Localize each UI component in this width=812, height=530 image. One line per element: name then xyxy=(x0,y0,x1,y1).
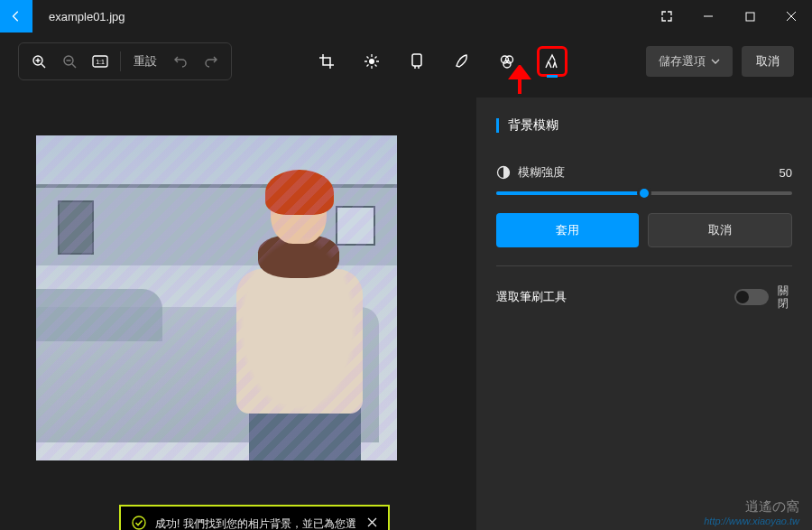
maximize-button[interactable] xyxy=(729,0,770,33)
image-canvas[interactable] xyxy=(36,135,397,460)
canvas-area: 成功! 我們找到您的相片背景，並已為您選取。 xyxy=(0,90,476,530)
toggle-state-label: 關閉 xyxy=(778,284,792,311)
minimize-button[interactable] xyxy=(687,0,729,33)
save-options-button[interactable]: 儲存選項 xyxy=(646,46,733,77)
back-button[interactable] xyxy=(0,0,32,33)
slider-label: 模糊強度 xyxy=(518,164,565,181)
properties-panel: 背景模糊 模糊強度 50 套用 取消 選取筆刷工具 關閉 xyxy=(476,98,812,530)
reset-button[interactable]: 重設 xyxy=(126,53,164,70)
background-blur-tool-icon[interactable] xyxy=(537,46,567,77)
markup-tool-icon[interactable] xyxy=(447,46,477,77)
toast-message: 成功! 我們找到您的相片背景，並已為您選取。 xyxy=(155,516,358,530)
divider xyxy=(496,265,792,266)
zoom-in-icon[interactable] xyxy=(24,47,53,76)
brush-toggle[interactable] xyxy=(734,289,769,305)
watermark: 逍遙の窩 http://www.xiaoyao.tw xyxy=(704,498,799,526)
photo-subject xyxy=(217,175,388,460)
undo-icon[interactable] xyxy=(166,47,195,76)
panel-cancel-button[interactable]: 取消 xyxy=(648,213,792,247)
chevron-down-icon xyxy=(711,59,720,64)
file-title: example01.jpg xyxy=(49,10,125,23)
svg-rect-0 xyxy=(746,13,754,21)
zoom-group: 1:1 重設 xyxy=(18,42,232,80)
crop-tool-icon[interactable] xyxy=(311,46,342,77)
active-tool-indicator xyxy=(547,75,558,78)
zoom-out-icon[interactable] xyxy=(55,47,84,76)
filter-tool-icon[interactable] xyxy=(401,46,432,77)
panel-title: 背景模糊 xyxy=(496,114,792,146)
apply-button[interactable]: 套用 xyxy=(496,213,639,247)
redo-icon[interactable] xyxy=(197,47,226,76)
svg-rect-6 xyxy=(412,54,421,66)
adjust-tool-icon[interactable] xyxy=(356,46,387,77)
annotation-arrow-icon xyxy=(506,65,533,96)
blur-slider[interactable] xyxy=(496,191,792,195)
slider-value: 50 xyxy=(780,166,792,180)
brush-tool-label: 選取筆刷工具 xyxy=(496,289,567,305)
zoom-fit-icon[interactable]: 1:1 xyxy=(86,47,115,76)
check-circle-icon xyxy=(132,516,146,530)
close-button[interactable] xyxy=(770,0,812,33)
svg-point-10 xyxy=(133,516,145,529)
svg-text:1:1: 1:1 xyxy=(96,59,105,65)
svg-point-5 xyxy=(369,59,374,64)
fullscreen-icon[interactable] xyxy=(646,0,687,33)
toast-close-button[interactable] xyxy=(367,516,377,530)
success-toast: 成功! 我們找到您的相片背景，並已為您選取。 xyxy=(119,505,390,530)
cancel-button[interactable]: 取消 xyxy=(742,46,794,77)
save-label: 儲存選項 xyxy=(659,53,706,70)
slider-thumb[interactable] xyxy=(637,186,651,200)
blur-intensity-icon xyxy=(496,165,511,180)
